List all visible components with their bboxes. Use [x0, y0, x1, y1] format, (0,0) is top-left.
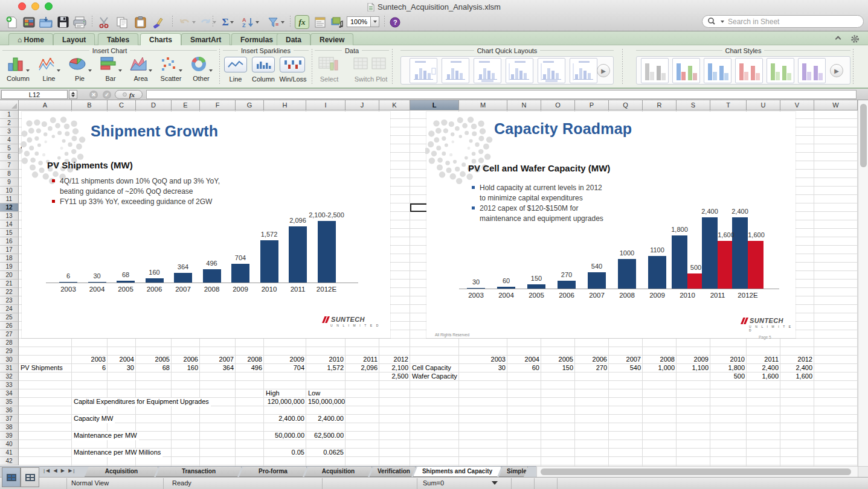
zoom-dropdown-icon[interactable] — [371, 16, 379, 27]
cell-M30[interactable]: 2003 — [459, 356, 507, 364]
column-header-A[interactable]: A — [19, 100, 72, 110]
cell-Q30[interactable]: 2007 — [609, 356, 643, 364]
chart-styles-more-icon[interactable]: ▶ — [830, 64, 843, 77]
format-painter-icon[interactable] — [151, 15, 166, 29]
sparkline-winloss-button[interactable] — [280, 57, 305, 72]
sparkline-column-button[interactable] — [252, 57, 275, 72]
column-header-I[interactable]: I — [306, 100, 346, 110]
sheet-tab-acquisition-summary[interactable]: Acquisition Summary — [85, 467, 158, 477]
cell-D30[interactable]: 2005 — [136, 356, 172, 364]
column-header-B[interactable]: B — [72, 100, 108, 110]
cell-H34[interactable]: High — [264, 389, 306, 398]
copy-icon[interactable] — [115, 15, 129, 29]
chart-style-thumb-6[interactable] — [798, 58, 826, 83]
cell-T30[interactable]: 2010 — [710, 356, 747, 364]
chart-style-thumb-5[interactable] — [767, 58, 794, 83]
cell-U31[interactable]: 2,400 — [747, 364, 780, 372]
horizontal-scrollbar-thumb[interactable] — [541, 468, 851, 475]
chart-layout-thumb-2[interactable] — [442, 58, 469, 83]
sheet-tab-acquisition-model[interactable]: Acquisition Model — [304, 467, 372, 477]
cell-F31[interactable]: 364 — [200, 364, 236, 372]
cell-L32[interactable]: Wafer Capacity — [410, 372, 459, 381]
zoom-control[interactable]: 100% — [347, 16, 379, 27]
row-header-41[interactable]: 41 — [0, 449, 19, 457]
cell-H30[interactable]: 2009 — [264, 356, 306, 364]
cell-S30[interactable]: 2009 — [677, 356, 710, 364]
chart-layout-thumb-1[interactable] — [410, 58, 437, 83]
cut-icon[interactable] — [97, 15, 111, 29]
row-header-30[interactable]: 30 — [0, 356, 19, 364]
tab-smartart[interactable]: SmartArt — [181, 33, 230, 45]
column-header-D[interactable]: D — [136, 100, 172, 110]
column-header-E[interactable]: E — [172, 100, 200, 110]
cell-H37[interactable]: 2,400.00 — [264, 415, 306, 423]
paste-icon[interactable] — [133, 15, 147, 29]
formula-builder-icon[interactable]: fx — [295, 15, 309, 29]
row-header-27[interactable]: 27 — [0, 330, 19, 339]
insert-other-chart-button[interactable]: Other — [186, 56, 216, 82]
cell-P30[interactable]: 2006 — [575, 356, 609, 364]
cell-H35[interactable]: 120,000,000 — [264, 398, 306, 406]
chart-style-thumb-2[interactable] — [672, 58, 700, 83]
column-header-N[interactable]: N — [507, 100, 541, 110]
chart-layout-thumb-3[interactable] — [474, 58, 501, 83]
row-header-42[interactable]: 42 — [0, 457, 19, 465]
column-header-V[interactable]: V — [780, 100, 814, 110]
quick-layouts-more-icon[interactable]: ▶ — [597, 64, 610, 77]
row-header-26[interactable]: 26 — [0, 322, 19, 330]
autosum-icon[interactable]: Σ — [217, 15, 238, 29]
row-header-36[interactable]: 36 — [0, 406, 19, 415]
cell-H31[interactable]: 704 — [264, 364, 306, 372]
column-header-M[interactable]: M — [459, 100, 507, 110]
chart-style-thumb-1[interactable] — [641, 58, 669, 83]
cell-I37[interactable]: 2,400.00 — [306, 415, 346, 423]
insert-function-button[interactable]: fx — [115, 90, 143, 99]
cell-L31[interactable]: Cell Capacity — [410, 364, 459, 372]
cell-N30[interactable]: 2004 — [507, 356, 541, 364]
column-header-H[interactable]: H — [264, 100, 306, 110]
search-scope-dropdown-icon[interactable] — [721, 21, 724, 23]
insert-pie-chart-button[interactable]: Pie — [65, 56, 95, 82]
row-header-29[interactable]: 29 — [0, 347, 19, 356]
column-header-Q[interactable]: Q — [609, 100, 643, 110]
media-browser-icon[interactable] — [330, 15, 344, 29]
cell-V31[interactable]: 2,400 — [780, 364, 814, 372]
column-header-F[interactable]: F — [200, 100, 236, 110]
row-header-34[interactable]: 34 — [0, 389, 19, 398]
chart-style-thumb-3[interactable] — [704, 58, 731, 83]
cell-Q31[interactable]: 540 — [609, 364, 643, 372]
template-gallery-icon[interactable] — [22, 15, 36, 29]
sheet-tab-navigation[interactable]: |◀ ◀ ▶ ▶| — [43, 468, 76, 473]
column-header-J[interactable]: J — [346, 100, 379, 110]
cell-B39[interactable]: Maintenance per MW — [72, 432, 139, 440]
toolbox-icon[interactable] — [313, 15, 327, 29]
cell-H39[interactable]: 50,000.00 — [264, 432, 306, 440]
zoom-value[interactable]: 100% — [347, 16, 371, 27]
cell-K31[interactable]: 2,100 — [379, 364, 410, 372]
sort-icon[interactable]: AZ — [239, 15, 262, 29]
ribbon-collapse-icon[interactable] — [836, 37, 841, 42]
select-all-corner[interactable] — [0, 100, 19, 110]
row-header-12[interactable]: 12 — [0, 203, 19, 212]
cell-V32[interactable]: 1,600 — [780, 372, 814, 381]
column-header-T[interactable]: T — [710, 100, 747, 110]
cell-V30[interactable]: 2012 — [780, 356, 814, 364]
vertical-scrollbar-thumb[interactable] — [860, 104, 867, 167]
row-header-4[interactable]: 4 — [0, 136, 19, 144]
cell-B37[interactable]: Capacity MW — [72, 415, 115, 423]
cell-O31[interactable]: 150 — [541, 364, 575, 372]
row-header-32[interactable]: 32 — [0, 372, 19, 381]
cell-K32[interactable]: 2,500 — [379, 372, 410, 381]
cell-T31[interactable]: 1,800 — [710, 364, 747, 372]
help-icon[interactable]: ? — [388, 15, 402, 29]
open-icon[interactable] — [39, 15, 53, 29]
row-header-8[interactable]: 8 — [0, 170, 19, 178]
row-header-25[interactable]: 25 — [0, 313, 19, 322]
cell-S31[interactable]: 1,100 — [677, 364, 710, 372]
sheet-tab-pro-forma-balance[interactable]: Pro-forma Balance — [239, 467, 307, 477]
slide-shipment-growth[interactable]: Shipment Growth PV Shipments (MW) 4Q/11 … — [22, 112, 390, 338]
cell-I35[interactable]: 150,000,000 — [306, 398, 346, 406]
column-header-P[interactable]: P — [575, 100, 609, 110]
row-header-6[interactable]: 6 — [0, 153, 19, 161]
row-header-22[interactable]: 22 — [0, 288, 19, 296]
